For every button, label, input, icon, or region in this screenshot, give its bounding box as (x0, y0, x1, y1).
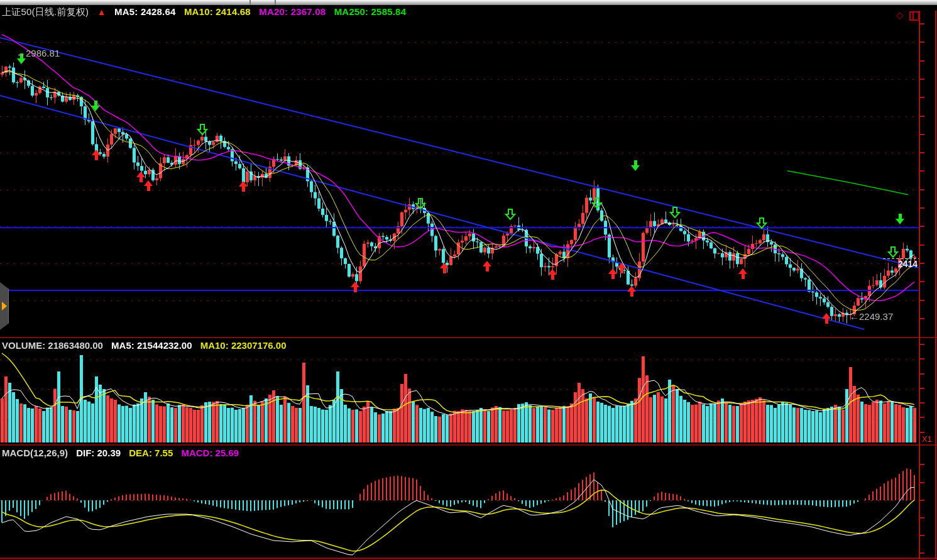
macd-dif-label: DIF: 20.39 (76, 447, 121, 458)
diamond-icon[interactable]: ◇ (896, 9, 904, 21)
price-pane-header: 上证50(日线.前复权) ▲ MA5: 2428.64 MA10: 2414.6… (2, 6, 412, 18)
split-window-icon[interactable] (909, 11, 919, 21)
low-price-annotation: ←2249.37 (850, 311, 893, 322)
volume-pane-header: VOLUME: 21863480.00 MA5: 21544232.00 MA1… (2, 340, 292, 351)
app-window: 上证50(日线.前复权) ▲ MA5: 2428.64 MA10: 2414.6… (0, 0, 937, 560)
macd-value-label: MACD: 25.69 (181, 447, 239, 458)
toolbar-notch (249, 0, 251, 5)
ma20-label: MA20: 2367.08 (259, 6, 326, 17)
volume-ma5-label: MA5: 21544232.00 (111, 340, 192, 351)
left-panel-expander[interactable] (0, 282, 9, 330)
volume-value-label: VOLUME: 21863480.00 (2, 340, 103, 351)
macd-name-label: MACD(12,26,9) (2, 447, 68, 458)
expand-arrow-icon (2, 302, 7, 310)
toolbar-notch (275, 0, 276, 5)
window-top-strip (0, 0, 937, 5)
chart-canvas[interactable] (0, 0, 937, 560)
macd-pane-header: MACD(12,26,9) DIF: 20.39 DEA: 7.55 MACD:… (2, 447, 244, 458)
instrument-title: 上证50(日线.前复权) (2, 6, 89, 17)
scale-multiplier-label: X1 (922, 434, 932, 444)
buy-signal-legend-icon: ▲ (97, 7, 106, 17)
ma10-label: MA10: 2414.68 (184, 6, 251, 17)
macd-dea-label: DEA: 7.55 (129, 447, 173, 458)
high-price-annotation: ←2986.81 (16, 48, 60, 58)
last-price-label: 2414 (898, 259, 918, 269)
split-window-icon-divider (912, 13, 914, 19)
ma5-label: MA5: 2428.64 (114, 6, 175, 17)
volume-ma10-label: MA10: 22307176.00 (200, 340, 287, 351)
ma250-label: MA250: 2585.84 (334, 6, 407, 17)
